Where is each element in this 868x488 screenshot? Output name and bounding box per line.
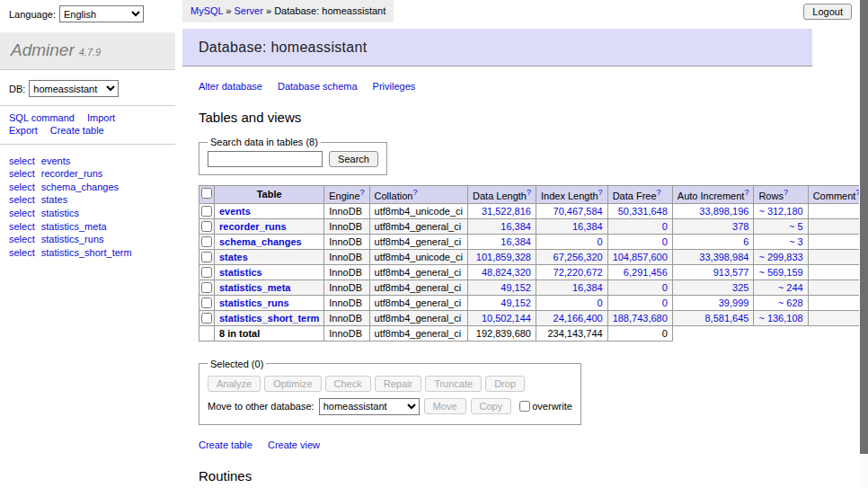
data-free-link[interactable]: 104,857,600 — [613, 252, 668, 262]
data-free-link[interactable]: 0 — [662, 282, 668, 293]
table-name-link-statistics-meta[interactable]: statistics_meta — [219, 282, 291, 293]
table-link-recorder-runs[interactable]: recorder_runs — [41, 168, 102, 179]
select-link-statistics-meta[interactable]: select — [9, 221, 35, 232]
index-length-link[interactable]: 0 — [598, 297, 603, 308]
auto-increment-link[interactable]: 33,398,984 — [699, 252, 748, 262]
link-database-schema[interactable]: Database schema — [278, 81, 358, 92]
auto-increment-link[interactable]: 378 — [732, 221, 748, 232]
data-length-link[interactable]: 48,824,320 — [482, 267, 531, 278]
move-db-select[interactable]: homeassistant — [319, 398, 420, 415]
select-link-statistics-short-term[interactable]: select — [9, 247, 35, 258]
row-checkbox-statistics-meta[interactable] — [201, 282, 212, 293]
index-length-link[interactable]: 0 — [598, 236, 603, 247]
table-link-statistics-meta[interactable]: statistics_meta — [41, 221, 107, 232]
data-length-link[interactable]: 31,522,816 — [482, 206, 531, 217]
data-free-link[interactable]: 0 — [662, 236, 668, 247]
index-length-link[interactable]: 16,384 — [572, 221, 603, 232]
help-link-index-length[interactable]: ? — [598, 188, 603, 197]
row-checkbox-events[interactable] — [201, 206, 212, 217]
help-link-collation[interactable]: ? — [412, 188, 417, 197]
operation-button-repair[interactable]: Repair — [375, 376, 421, 392]
table-link-statistics[interactable]: statistics — [41, 208, 79, 218]
link-import[interactable]: Import — [87, 112, 115, 123]
index-length-link[interactable]: 70,467,584 — [554, 206, 603, 217]
help-link-auto-increment[interactable]: ? — [744, 188, 748, 197]
scrollbar-thumb[interactable] — [860, 0, 868, 454]
data-length-link[interactable]: 16,384 — [500, 236, 531, 247]
help-link-engine[interactable]: ? — [360, 188, 365, 197]
operation-button-optimize[interactable]: Optimize — [264, 376, 321, 392]
auto-increment-link[interactable]: 325 — [732, 282, 748, 293]
data-length-link[interactable]: 10,502,144 — [482, 313, 531, 324]
rows-link[interactable]: ~ 299,833 — [758, 252, 802, 262]
select-all-checkbox[interactable] — [201, 188, 212, 199]
data-length-link[interactable]: 16,384 — [500, 221, 531, 232]
auto-increment-link[interactable]: 913,577 — [713, 267, 749, 278]
breadcrumb-link-server[interactable]: Server — [235, 5, 263, 16]
index-length-link[interactable]: 24,166,400 — [554, 313, 603, 324]
link-export[interactable]: Export — [9, 125, 38, 136]
row-checkbox-schema-changes[interactable] — [201, 236, 212, 247]
link-alter-database[interactable]: Alter database — [199, 81, 262, 92]
index-length-link[interactable]: 72,220,672 — [554, 267, 603, 278]
rows-link[interactable]: ~ 136,108 — [758, 313, 802, 324]
data-length-link[interactable]: 101,859,328 — [476, 252, 531, 262]
table-name-link-recorder-runs[interactable]: recorder_runs — [219, 221, 287, 232]
auto-increment-link[interactable]: 33,898,196 — [699, 206, 748, 217]
auto-increment-link[interactable]: 6 — [743, 236, 748, 247]
table-link-states[interactable]: states — [41, 194, 67, 205]
index-length-link[interactable]: 67,256,320 — [554, 252, 603, 262]
link-create-table[interactable]: Create table — [50, 125, 104, 136]
table-name-link-states[interactable]: states — [219, 252, 248, 262]
select-link-statistics-runs[interactable]: select — [9, 234, 35, 244]
row-checkbox-statistics[interactable] — [201, 267, 212, 278]
table-name-link-statistics[interactable]: statistics — [219, 267, 262, 278]
data-length-link[interactable]: 49,152 — [500, 297, 531, 308]
help-link-data-free[interactable]: ? — [657, 188, 661, 197]
auto-increment-link[interactable]: 8,581,645 — [704, 313, 748, 324]
search-button[interactable]: Search — [329, 151, 378, 167]
rows-link[interactable]: ~ 569,159 — [758, 267, 802, 278]
select-link-states[interactable]: select — [9, 194, 35, 205]
data-free-link[interactable]: 188,743,680 — [613, 313, 668, 324]
rows-link[interactable]: ~ 628 — [778, 297, 803, 308]
help-link-data-length[interactable]: ? — [527, 188, 531, 197]
index-length-link[interactable]: 16,384 — [572, 282, 603, 293]
link-sql-command[interactable]: SQL command — [9, 112, 75, 123]
row-checkbox-states[interactable] — [201, 252, 212, 262]
logout-button[interactable]: Logout — [803, 4, 852, 20]
help-link-rows[interactable]: ? — [784, 188, 788, 197]
operation-button-analyze[interactable]: Analyze — [208, 376, 261, 392]
select-link-recorder-runs[interactable]: select — [9, 168, 35, 179]
rows-link[interactable]: ~ 5 — [789, 221, 803, 232]
data-free-link[interactable]: 0 — [662, 221, 668, 232]
select-link-events[interactable]: select — [9, 155, 35, 166]
copy-button[interactable]: Copy — [471, 398, 512, 414]
data-free-link[interactable]: 50,331,648 — [618, 206, 668, 217]
table-link-statistics-runs[interactable]: statistics_runs — [41, 234, 104, 244]
data-free-link[interactable]: 6,291,456 — [624, 267, 668, 278]
table-name-link-events[interactable]: events — [219, 206, 251, 217]
table-name-link-statistics-short-term[interactable]: statistics_short_term — [219, 313, 319, 324]
data-free-link[interactable]: 0 — [662, 297, 668, 308]
table-link-events[interactable]: events — [41, 155, 70, 166]
rows-link[interactable]: ~ 312,180 — [758, 206, 802, 217]
select-link-schema-changes[interactable]: select — [9, 182, 35, 192]
breadcrumb-link-mysql[interactable]: MySQL — [190, 5, 223, 16]
overwrite-checkbox[interactable] — [519, 401, 530, 412]
table-link-statistics-short-term[interactable]: statistics_short_term — [41, 247, 132, 258]
move-button[interactable]: Move — [424, 398, 466, 414]
operation-button-check[interactable]: Check — [325, 376, 371, 392]
db-select[interactable]: homeassistant — [29, 80, 119, 97]
rows-link[interactable]: ~ 244 — [778, 282, 803, 293]
row-checkbox-recorder-runs[interactable] — [201, 221, 212, 232]
operation-button-truncate[interactable]: Truncate — [425, 376, 482, 392]
table-name-link-schema-changes[interactable]: schema_changes — [219, 236, 302, 247]
operation-button-drop[interactable]: Drop — [485, 376, 525, 392]
row-checkbox-statistics-runs[interactable] — [201, 297, 212, 308]
language-select[interactable]: English — [59, 5, 144, 22]
link-create-view[interactable]: Create view — [268, 439, 320, 450]
search-input[interactable] — [208, 151, 323, 167]
data-length-link[interactable]: 49,152 — [500, 282, 531, 293]
table-link-schema-changes[interactable]: schema_changes — [41, 182, 119, 192]
